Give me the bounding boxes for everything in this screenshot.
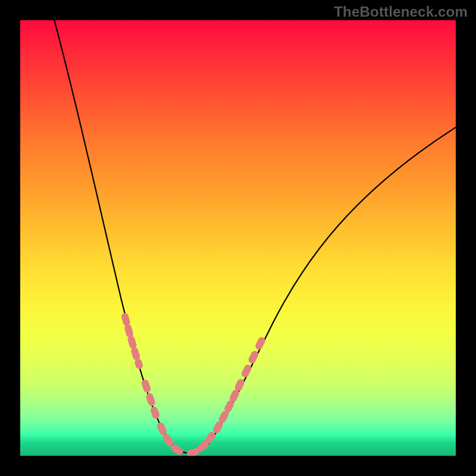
highlight-segment-6: [245, 338, 263, 374]
highlight-segment-2: [145, 383, 156, 415]
highlight-segment-3: [161, 426, 182, 452]
highlight-segment-5: [217, 381, 242, 430]
bottleneck-curve: [51, 20, 456, 453]
highlight-segment-4: [190, 436, 212, 453]
watermark-text: TheBottleneck.com: [334, 4, 468, 20]
highlight-segment-1: [125, 317, 139, 365]
curve-svg: [20, 20, 456, 456]
plot-area: [20, 20, 456, 456]
chart-container: TheBottleneck.com: [0, 0, 476, 476]
